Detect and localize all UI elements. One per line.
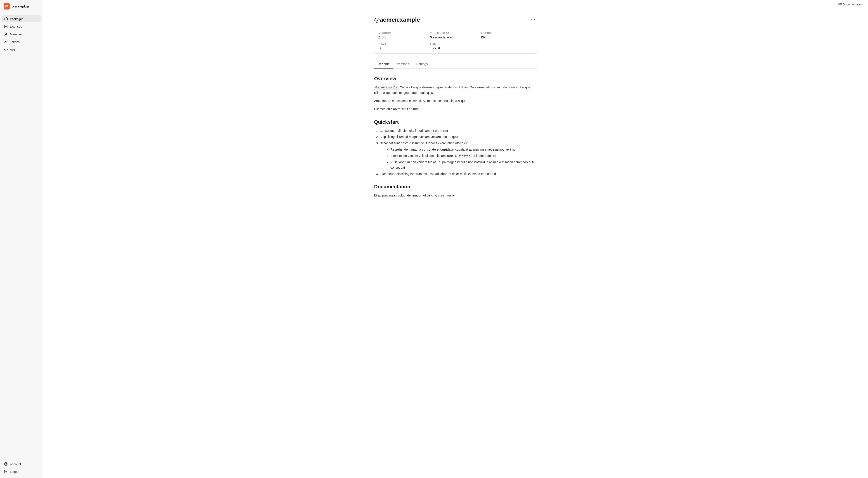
overview-bold-anim: anim: [393, 107, 401, 111]
logout-label: Logout: [10, 470, 19, 474]
overview-para-1: @acme/example Culpa sit aliqua deserunt …: [374, 85, 537, 96]
account-icon: [4, 462, 8, 466]
sidebar-item-members[interactable]: Members: [2, 31, 41, 38]
members-label: Members: [10, 33, 23, 36]
license-label: LICENSE: [481, 32, 532, 34]
quickstart-heading: Quickstart: [374, 119, 537, 125]
size-value: 1.27 kB: [430, 46, 441, 50]
package-menu-button[interactable]: ⋯: [529, 16, 537, 22]
license-field: LICENSE ISC: [481, 32, 532, 39]
published-field: PUBLISHED AT 6 seconds ago: [430, 32, 481, 39]
documentation-heading: Documentation: [374, 184, 537, 190]
package-header: @acme/example ⋯: [374, 16, 537, 23]
list-item: Exercitation veniam velit ullamco ipsum …: [391, 153, 537, 159]
bold-voluptate: voluptate: [422, 148, 436, 151]
sidebar-item-api[interactable]: API: [2, 46, 41, 53]
main-content: API Documentation @acme/example ⋯ VERSIO…: [43, 0, 868, 478]
api-icon: [4, 48, 8, 51]
overview-para-3: Ullamco duis anim sit ut et irure.: [374, 107, 537, 112]
license-value: ISC: [481, 35, 487, 39]
version-value: 1.0.0: [379, 35, 386, 39]
list-item: Consectetur aliquip nulla laboris amet L…: [379, 128, 537, 133]
logout-icon: [4, 470, 8, 474]
list-item: Excepteur adipisicing laborum est esse a…: [379, 171, 537, 177]
overview-para-3-pre: Ullamco duis: [374, 107, 393, 111]
list-item: Reprehenderit magna voluptate et cupidat…: [391, 147, 537, 152]
sidebar-item-licenses[interactable]: Licenses: [2, 23, 41, 30]
tab-readme[interactable]: Readme: [374, 60, 393, 68]
app-logo-text: privatepkgs: [12, 4, 30, 8]
sidebar-item-packages[interactable]: Packages: [2, 15, 41, 22]
published-label: PUBLISHED AT: [430, 32, 481, 34]
files-field: FILES 3: [379, 42, 430, 50]
logo-area: privatepkgs: [0, 0, 43, 13]
list-item: Adipisicing cillum ad magna veniam venia…: [379, 134, 537, 140]
tokens-label: Tokens: [10, 40, 20, 43]
readme-content: Overview @acme/example Culpa sit aliqua …: [374, 76, 537, 198]
tokens-icon: [4, 40, 8, 43]
api-docs-link[interactable]: API Documentation: [837, 3, 863, 6]
svg-point-6: [5, 463, 6, 464]
quickstart-list: Consectetur aliquip nulla laboris amet L…: [379, 128, 537, 177]
consequat-link[interactable]: consequat: [391, 166, 405, 169]
doc-para-1-pre: Et adipisicing ex voluptate tempor adipi…: [374, 193, 447, 197]
list-item: Occaecat sunt nostrud ipsum velit labori…: [379, 141, 537, 170]
content-area: @acme/example ⋯ VERSION 1.0.0 PUBLISHED …: [365, 9, 546, 208]
files-label: FILES: [379, 42, 430, 45]
files-value: 3: [379, 46, 381, 50]
nav-bottom: Account Logout: [0, 458, 43, 478]
version-field: VERSION 1.0.0: [379, 32, 430, 39]
package-code-ref: @acme/example: [374, 86, 399, 90]
size-field: SIZE 1.27 kB: [430, 42, 481, 50]
list-item: Nulla laborum non veniam fugiat. Culpa m…: [391, 160, 537, 171]
tab-settings[interactable]: Settings: [413, 60, 432, 68]
package-meta-card: VERSION 1.0.0 PUBLISHED AT 6 seconds ago…: [374, 28, 537, 54]
licenses-icon: [4, 25, 8, 28]
sidebar: privatepkgs Packages Licenses: [0, 0, 43, 478]
tabs-bar: Readme Versions Settings: [374, 60, 537, 68]
licenses-label: Licenses: [10, 25, 22, 28]
overview-heading: Overview: [374, 76, 537, 82]
bold-cupidatat: cupidatat: [440, 148, 454, 151]
topbar: API Documentation: [43, 0, 868, 9]
account-label: Account: [10, 462, 21, 466]
main-nav: Packages Licenses Members: [0, 13, 43, 458]
svg-point-3: [5, 33, 6, 34]
size-label: SIZE: [430, 42, 481, 45]
sidebar-item-account[interactable]: Account: [2, 460, 41, 468]
tab-versions[interactable]: Versions: [393, 60, 413, 68]
sidebar-item-tokens[interactable]: Tokens: [2, 38, 41, 46]
nested-list: Reprehenderit magna voluptate et cupidat…: [391, 147, 537, 171]
svg-point-4: [5, 41, 6, 43]
sidebar-item-logout[interactable]: Logout: [2, 468, 41, 475]
version-label: VERSION: [379, 32, 430, 34]
inline-code-cupidatat: cupidatat: [454, 154, 472, 158]
app-logo-icon: [4, 3, 10, 9]
svg-rect-1: [4, 18, 7, 20]
members-icon: [4, 32, 8, 36]
api-label: API: [10, 48, 15, 51]
overview-para-2: Amet labore et occaecat eiusmod. Anim oc…: [374, 98, 537, 104]
overview-para-3-post: sit ut et irure.: [401, 107, 420, 111]
documentation-para-1: Et adipisicing ex voluptate tempor adipi…: [374, 193, 537, 198]
packages-icon: [4, 17, 8, 21]
nulla-link[interactable]: nulla: [447, 193, 454, 197]
published-value: 6 seconds ago: [430, 35, 452, 39]
package-title: @acme/example: [374, 16, 420, 23]
packages-label: Packages: [10, 17, 23, 21]
